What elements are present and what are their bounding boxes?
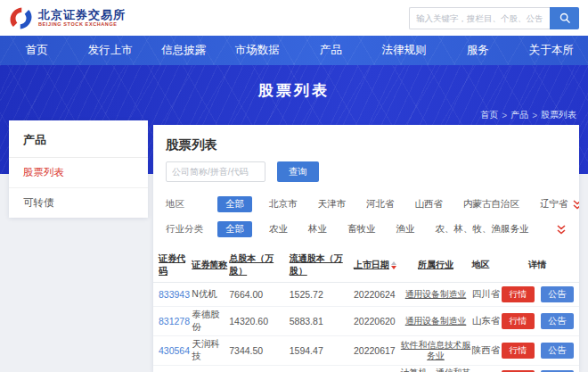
search-icon: [559, 12, 570, 23]
page-banner-title: 股票列表: [0, 65, 588, 101]
stock-search-bar: 查询: [153, 161, 579, 182]
industry-link[interactable]: 软件和信息技术服务业: [399, 340, 472, 361]
filter-option[interactable]: 全部: [217, 221, 252, 237]
nav-item[interactable]: 市场数据: [221, 36, 295, 65]
announcement-button[interactable]: 公告: [541, 313, 574, 329]
float-shares: 5883.81: [290, 316, 354, 327]
filters: 地区 全部北京市天津市河北省山西省内蒙古自治区辽宁省 行业分类 全部农业林业畜牧…: [153, 192, 579, 242]
stock-code-link[interactable]: 831278: [159, 316, 190, 327]
column-header[interactable]: 上市日期: [354, 259, 399, 271]
filter-option[interactable]: 北京市: [265, 196, 301, 212]
bse-logo-icon: [9, 6, 33, 30]
breadcrumb-separator: >: [502, 111, 507, 120]
stock-code-link[interactable]: 430564: [159, 345, 190, 356]
list-date: 20220617: [354, 345, 399, 356]
stock-name: 天润科技: [192, 338, 229, 363]
sort-desc-icon[interactable]: [391, 266, 396, 269]
breadcrumb-current: 股票列表: [541, 109, 576, 121]
filter-option[interactable]: 山西省: [412, 196, 447, 212]
main-panel: 股票列表 查询 地区 全部北京市天津市河北省山西省内蒙古自治区辽宁省 行业分类 …: [153, 125, 579, 372]
announcement-button[interactable]: 公告: [541, 343, 574, 359]
logo-title: 北京证券交易所: [38, 9, 126, 21]
site-search: [409, 7, 579, 29]
main-nav: 首页发行上市信息披露市场数据产品法律规则服务关于本所: [0, 36, 588, 65]
industry-link[interactable]: 通用设备制造业: [405, 289, 467, 300]
filter-option[interactable]: 天津市: [314, 196, 350, 212]
filter-option[interactable]: 渔业: [393, 221, 419, 237]
stock-name: N优机: [192, 288, 229, 301]
table-row: 430564 天润科技 7344.50 1594.47 20220617 软件和…: [153, 336, 579, 366]
column-header[interactable]: 流通股本（万股）: [290, 252, 354, 277]
stock-code-link[interactable]: 833943: [159, 289, 190, 300]
breadcrumb: 首页>产品>股票列表: [480, 109, 576, 121]
filter-option[interactable]: 河北省: [363, 196, 398, 212]
breadcrumb-item[interactable]: 产品: [510, 109, 528, 121]
sidebar-item[interactable]: 可转债: [9, 188, 148, 218]
expand-chevron-icon[interactable]: [556, 225, 567, 235]
filter-label: 地区: [166, 198, 217, 211]
query-button[interactable]: 查询: [277, 161, 319, 182]
nav-item[interactable]: 服务: [441, 36, 515, 65]
site-search-input[interactable]: [409, 7, 550, 29]
site-search-button[interactable]: [550, 7, 579, 29]
announcement-button[interactable]: 公告: [541, 286, 574, 302]
sort-asc-icon[interactable]: [391, 261, 396, 265]
site-header: 北京证券交易所 BEIJING STOCK EXCHANGE: [0, 0, 588, 36]
column-header[interactable]: 详情: [501, 259, 574, 271]
total-shares: 7344.50: [229, 345, 290, 356]
nav-item[interactable]: 首页: [0, 36, 74, 65]
stock-table: 证券代码证券简称总股本（万股）流通股本（万股）上市日期所属行业地区详情 8339…: [153, 250, 579, 372]
filter-option[interactable]: 畜牧业: [344, 221, 380, 237]
industry-link[interactable]: 计算机、通信和其他电子设备制造业: [399, 368, 472, 372]
page: 北京证券交易所 BEIJING STOCK EXCHANGE 首页发行上市信息披…: [0, 0, 588, 372]
total-shares: 7664.00: [229, 289, 290, 300]
filter-option[interactable]: 内蒙古自治区: [460, 196, 523, 212]
region: 山东省: [472, 315, 502, 327]
region: 陕西省: [472, 344, 502, 357]
sidebar-title: 产品: [9, 120, 148, 158]
region: 四川省: [472, 288, 502, 301]
column-header[interactable]: 所属行业: [399, 259, 472, 271]
industry-link[interactable]: 通用设备制造业: [405, 316, 467, 327]
column-header[interactable]: 证券简称: [192, 259, 229, 271]
filter-row: 地区 全部北京市天津市河北省山西省内蒙古自治区辽宁省: [153, 192, 579, 217]
column-header[interactable]: 总股本（万股）: [229, 252, 290, 277]
column-header[interactable]: 证券代码: [159, 252, 192, 277]
filter-option[interactable]: 全部: [217, 196, 252, 212]
filter-option[interactable]: 林业: [305, 221, 331, 237]
quote-button[interactable]: 行情: [502, 286, 535, 302]
nav-item[interactable]: 产品: [294, 36, 368, 65]
nav-item[interactable]: 关于本所: [515, 36, 588, 65]
nav-item[interactable]: 法律规则: [368, 36, 442, 65]
sidebar: 产品 股票列表可转债: [9, 120, 148, 218]
stock-search-input[interactable]: [166, 161, 265, 182]
total-shares: 14320.60: [229, 316, 290, 327]
expand-chevron-icon[interactable]: [572, 200, 580, 210]
filter-option[interactable]: 农、林、牧、渔服务业: [432, 221, 533, 237]
bse-logo: 北京证券交易所 BEIJING STOCK EXCHANGE: [9, 6, 126, 30]
stock-name: 泰德股份: [192, 309, 229, 334]
logo-subtitle: BEIJING STOCK EXCHANGE: [38, 21, 126, 27]
table-row: 831278 泰德股份 14320.60 5883.81 20220620 通用…: [153, 307, 579, 336]
filter-label: 行业分类: [166, 223, 217, 236]
column-header[interactable]: 地区: [472, 259, 502, 271]
list-date: 20220620: [354, 316, 399, 327]
sidebar-item[interactable]: 股票列表: [9, 158, 148, 188]
float-shares: 1594.47: [290, 345, 354, 356]
filter-option[interactable]: 辽宁省: [536, 196, 572, 212]
breadcrumb-separator: >: [532, 111, 537, 120]
filter-row: 行业分类 全部农业林业畜牧业渔业农、林、牧、渔服务业: [153, 217, 579, 242]
quote-button[interactable]: 行情: [502, 313, 535, 329]
table-row: 833943 N优机 7664.00 1525.72 20220624 通用设备…: [153, 283, 579, 307]
quote-button[interactable]: 行情: [502, 343, 535, 359]
table-row: 832491 奥迪威 14115.93 7733.40 20220614 计算机…: [153, 366, 579, 372]
nav-item[interactable]: 发行上市: [74, 36, 148, 65]
page-title: 股票列表: [153, 125, 579, 161]
breadcrumb-item[interactable]: 首页: [480, 109, 498, 121]
list-date: 20220624: [354, 289, 399, 300]
table-header-row: 证券代码证券简称总股本（万股）流通股本（万股）上市日期所属行业地区详情: [153, 250, 579, 283]
filter-option[interactable]: 农业: [265, 221, 291, 237]
nav-item[interactable]: 信息披露: [147, 36, 221, 65]
logo-text: 北京证券交易所 BEIJING STOCK EXCHANGE: [38, 9, 126, 27]
sort-icons[interactable]: [391, 261, 396, 269]
